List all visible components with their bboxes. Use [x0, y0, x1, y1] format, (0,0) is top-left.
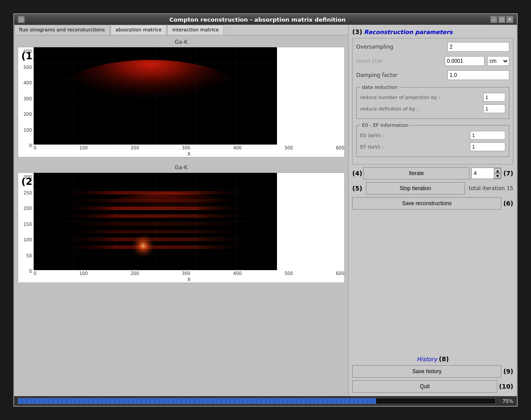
chart-2-canvas-area: 0 100 200 300 400 500 600 X — [34, 173, 344, 283]
ef-input[interactable] — [470, 142, 505, 151]
reduce-proj-row: reduce number of projection by : — [360, 93, 505, 102]
chart-2-label: Ga-K — [18, 164, 345, 171]
params-scroll-area[interactable]: Oversampling Voxel size cm Damping facto… — [352, 38, 513, 164]
save-history-button[interactable]: Save history — [352, 365, 501, 378]
chart-1-x-letter: X — [34, 151, 344, 157]
history-row: History (8) — [352, 355, 513, 363]
window-icon: □ — [18, 16, 25, 23]
voxel-size-unit-select[interactable]: cm — [487, 56, 509, 66]
damping-label: Damping factor — [356, 72, 445, 78]
chart-1-canvas — [34, 47, 277, 145]
voxel-size-row: Voxel size cm — [356, 56, 509, 66]
reduce-def-row: reduce definition of by : — [360, 104, 505, 113]
reduce-proj-label: reduce number of projection by : — [360, 95, 481, 100]
oversampling-row: Oversampling — [356, 42, 509, 52]
close-button[interactable]: ✕ — [506, 16, 513, 23]
stop-iteration-button[interactable]: Stop Iteration — [366, 182, 465, 195]
chart-1-container: Ga-K (1) 600 500 400 300 200 100 — [18, 39, 345, 157]
ef-label: EF (keV) : — [360, 144, 468, 150]
oversampling-label: Oversampling — [356, 44, 445, 50]
voxel-size-input[interactable] — [445, 56, 485, 66]
e0-row: E0 (keV) : — [360, 131, 505, 140]
voxel-size-label: Voxel size — [356, 58, 442, 64]
right-panel: (3) Reconstruction parameters Oversampli… — [349, 25, 517, 396]
section8-num: (8) — [439, 355, 449, 363]
main-content: fluo sinograms and reconsturctions absor… — [14, 25, 517, 396]
oversampling-input[interactable] — [447, 42, 509, 52]
chart-2-number: (2) — [21, 176, 37, 187]
section4-num: (4) — [352, 170, 362, 177]
tab-interaction-matrice[interactable]: interaction matrice — [167, 25, 223, 35]
iterate-row: (4) Iterate ▲ ▼ (7) — [352, 167, 513, 179]
chart-1-wrapper: 600 500 400 300 200 100 0 — [18, 47, 345, 157]
iterate-spinbox: ▲ ▼ — [471, 168, 501, 179]
history-label[interactable]: History — [417, 356, 437, 363]
chart-1-number: (1) — [21, 50, 37, 61]
chart-1-canvas-area: 0 100 200 300 400 500 600 X — [34, 47, 344, 157]
tab-bar: fluo sinograms and reconsturctions absor… — [14, 25, 348, 35]
chart-2-x-letter: X — [34, 277, 344, 283]
save-reconstructions-button[interactable]: Save reconstructions — [352, 197, 501, 210]
section5-num: (5) — [352, 185, 362, 192]
title-bar-controls: – □ ✕ — [490, 16, 513, 23]
reduce-def-label: reduce definition of by : — [360, 106, 481, 112]
progress-bar-area: 75% — [14, 396, 517, 406]
iterate-value-input[interactable] — [472, 168, 494, 179]
section10-num: (10) — [499, 383, 513, 390]
save-history-row: Save history (9) — [352, 365, 513, 378]
stop-iter-row: (5) Stop Iteration total iteration 15 — [352, 182, 513, 195]
section7-num: (7) — [503, 170, 513, 177]
ef-row: EF (keV) : — [360, 142, 505, 151]
iterate-arrows: ▲ ▼ — [494, 168, 501, 179]
chart-1-x-axis: 0 100 200 300 400 500 600 — [34, 145, 344, 150]
chart-1-label: Ga-K — [18, 39, 345, 45]
reduce-def-input[interactable] — [483, 104, 505, 113]
section3-num: (3) — [352, 28, 362, 35]
chart-2-x-axis: 0 100 200 300 400 500 600 — [34, 270, 344, 276]
quit-button[interactable]: Quit — [352, 380, 497, 393]
total-iteration-label: total iteration 15 — [469, 185, 513, 191]
progress-bar-fill — [18, 398, 376, 404]
recon-params-label[interactable]: Reconstruction parameters — [364, 29, 453, 35]
e0ef-legend: E0 - EF information — [360, 122, 410, 128]
damping-row: Damping factor — [356, 70, 509, 80]
chart-2-y-axis: 300 250 200 150 100 50 0 — [18, 173, 34, 283]
app-window: □ Compton reconstruction - absorption ma… — [13, 13, 518, 407]
iterate-down-arrow[interactable]: ▼ — [494, 173, 501, 179]
charts-scroll-wrapper: Ga-K (1) 600 500 400 300 200 100 — [14, 35, 348, 396]
e0-label: E0 (keV) : — [360, 133, 468, 138]
reduce-proj-input[interactable] — [483, 93, 505, 102]
chart-1-y-axis: 600 500 400 300 200 100 0 — [18, 47, 34, 157]
progress-percentage: 75% — [499, 398, 513, 404]
spacer — [352, 212, 513, 353]
title-bar-left: □ — [18, 16, 25, 23]
e0-input[interactable] — [470, 131, 505, 140]
damping-input[interactable] — [447, 70, 509, 80]
quit-row: Quit (10) — [352, 380, 513, 393]
section6-num: (6) — [503, 200, 513, 207]
maximize-button[interactable]: □ — [498, 16, 505, 23]
tab-absorption-matrice[interactable]: absorption matrice — [111, 25, 166, 35]
save-recon-row: Save reconstructions (6) — [352, 197, 513, 210]
data-reduction-legend: data reduction — [360, 84, 399, 90]
minimize-button[interactable]: – — [490, 16, 497, 23]
left-panel: fluo sinograms and reconsturctions absor… — [14, 25, 349, 396]
chart-2-container: Ga-K (2) 300 250 200 150 100 50 — [18, 164, 345, 283]
charts-inner[interactable]: Ga-K (1) 600 500 400 300 200 100 — [14, 35, 348, 396]
chart-2-wrapper: 300 250 200 150 100 50 0 — [18, 172, 345, 283]
progress-bar-track — [18, 398, 496, 404]
data-reduction-fieldset: data reduction reduce number of projecti… — [356, 84, 509, 119]
section9-num: (9) — [503, 368, 513, 375]
title-bar: □ Compton reconstruction - absorption ma… — [14, 14, 517, 25]
e0ef-fieldset: E0 - EF information E0 (keV) : EF (keV) … — [356, 122, 509, 157]
chart-2-canvas — [34, 173, 277, 270]
iterate-up-arrow[interactable]: ▲ — [494, 168, 501, 173]
window-title: Compton reconstruction - absorption matr… — [25, 16, 490, 23]
iterate-button[interactable]: Iterate — [363, 167, 470, 179]
tab-fluo-sinograms[interactable]: fluo sinograms and reconsturctions — [14, 25, 110, 35]
